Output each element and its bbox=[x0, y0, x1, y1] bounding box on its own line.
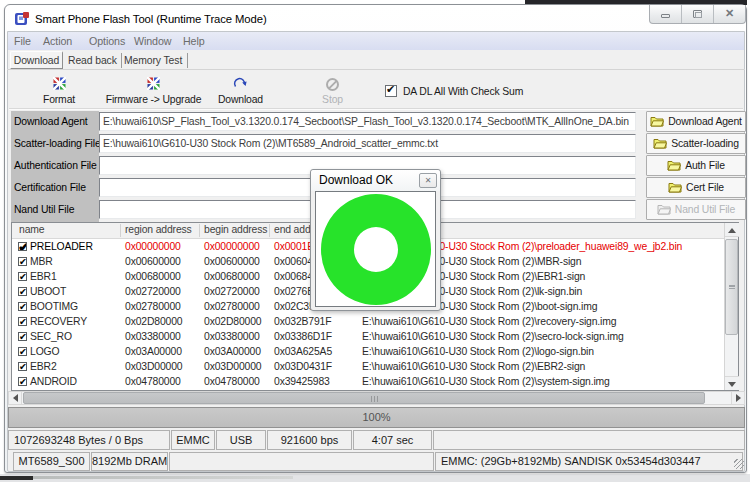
menu-action[interactable]: Action bbox=[43, 35, 72, 47]
check-icon: ✔ bbox=[386, 83, 395, 96]
download-button[interactable]: Download bbox=[208, 77, 273, 107]
cell-name: BOOTIMG bbox=[30, 301, 78, 312]
auth-file-label: Authentication File bbox=[14, 156, 97, 175]
horizontal-scroll-thumb[interactable] bbox=[23, 392, 705, 404]
format-icon bbox=[26, 77, 92, 92]
row-checkbox[interactable]: ✔ bbox=[18, 272, 27, 281]
table-row[interactable]: ✔ LOGO 0x03A00000 0x03A00000 0x03A625A5 … bbox=[12, 345, 724, 360]
table-row[interactable]: ✔ RECOVERY 0x02D80000 0x02D80000 0x032B7… bbox=[12, 315, 724, 330]
status-bytes: 1072693248 Bytes / 0 Bps bbox=[8, 430, 170, 450]
row-checkbox[interactable]: ✔ bbox=[18, 347, 27, 356]
row-checkbox[interactable]: ✔ bbox=[18, 242, 27, 251]
cert-file-button[interactable]: Cert File bbox=[646, 177, 746, 198]
scatter-loading-button[interactable]: Scatter-loading bbox=[646, 133, 746, 154]
arrow-right-icon bbox=[736, 394, 741, 402]
status-empty bbox=[433, 430, 745, 450]
table-horizontal-scrollbar[interactable] bbox=[8, 391, 745, 405]
window-title: Smart Phone Flash Tool (Runtime Trace Mo… bbox=[35, 13, 267, 25]
cell-name: LOGO bbox=[30, 346, 59, 357]
dialog-title: Download OK bbox=[319, 173, 393, 187]
row-checkbox[interactable]: ✔ bbox=[18, 317, 27, 326]
scatter-file-input[interactable]: E:\huwai610\G610-U30 Stock Rom (2)\MT658… bbox=[99, 134, 636, 153]
resize-grip[interactable] bbox=[734, 459, 744, 469]
status-baudrate: 921600 bps bbox=[267, 430, 352, 450]
tab-memory-test[interactable]: Memory Test bbox=[124, 54, 188, 68]
check-icon: ✔ bbox=[19, 302, 27, 311]
row-checkbox[interactable]: ✔ bbox=[18, 332, 27, 341]
cell-begin-address: 0x03380000 bbox=[204, 331, 260, 342]
cell-name: UBOOT bbox=[30, 286, 66, 297]
divider bbox=[9, 108, 743, 110]
row-checkbox[interactable]: ✔ bbox=[18, 302, 27, 311]
table-row[interactable]: ✔ ANDROID 0x04780000 0x04780000 0x394259… bbox=[12, 375, 724, 390]
folder-icon bbox=[667, 160, 681, 171]
cell-location: E:\huwai610\G610-U30 Stock Rom (2)\logo-… bbox=[362, 346, 594, 357]
minimize-button[interactable] bbox=[650, 5, 682, 23]
cell-name: EBR2 bbox=[30, 361, 57, 372]
folder-icon bbox=[668, 182, 682, 193]
cell-end-address: 0x39425983 bbox=[274, 376, 330, 387]
format-button[interactable]: Format bbox=[26, 77, 92, 107]
tab-separator bbox=[187, 53, 188, 68]
check-icon: ✔ bbox=[19, 257, 27, 266]
table-vertical-scrollbar[interactable] bbox=[724, 223, 738, 390]
menu-bar: File Action Options Window Help bbox=[8, 32, 744, 50]
col-region-address[interactable]: region address bbox=[125, 224, 192, 235]
menu-options[interactable]: Options bbox=[89, 35, 125, 47]
cell-region-address: 0x02D80000 bbox=[125, 316, 182, 327]
scroll-left-button[interactable] bbox=[9, 392, 22, 404]
download-agent-input[interactable]: E:\huwai610\SP_Flash_Tool_v3.1320.0.174_… bbox=[99, 112, 636, 131]
cell-end-address: 0x00604 bbox=[274, 256, 313, 267]
cell-region-address: 0x04780000 bbox=[125, 376, 181, 387]
app-icon bbox=[15, 12, 29, 26]
row-checkbox[interactable]: ✔ bbox=[18, 257, 27, 266]
auth-file-button[interactable]: Auth File bbox=[646, 155, 746, 176]
menu-help[interactable]: Help bbox=[183, 35, 205, 47]
close-button[interactable]: ✕ bbox=[714, 5, 745, 23]
dialog-close-button[interactable]: ✕ bbox=[419, 173, 437, 188]
cell-end-address: 0x03D0431F bbox=[274, 361, 332, 372]
col-name[interactable]: name bbox=[19, 224, 44, 235]
maximize-button[interactable] bbox=[682, 5, 714, 23]
row-checkbox[interactable]: ✔ bbox=[18, 362, 27, 371]
scroll-down-button[interactable] bbox=[725, 376, 739, 390]
cell-end-address: 0x00684 bbox=[274, 271, 313, 282]
row-checkbox[interactable]: ✔ bbox=[18, 287, 27, 296]
cell-region-address: 0x03A00000 bbox=[125, 346, 182, 357]
firmware-upgrade-icon bbox=[101, 77, 206, 92]
cell-region-address: 0x03D00000 bbox=[125, 361, 182, 372]
table-row[interactable]: ✔ SEC_RO 0x03380000 0x03380000 0x03386D1… bbox=[12, 330, 724, 345]
stop-icon bbox=[305, 77, 360, 92]
da-dl-checksum-label: DA DL All With Check Sum bbox=[403, 86, 523, 97]
arrow-left-icon bbox=[13, 394, 18, 402]
status-storage-type: EMMC bbox=[171, 430, 215, 450]
menu-window[interactable]: Window bbox=[134, 35, 171, 47]
tab-download[interactable]: Download bbox=[10, 51, 63, 69]
dialog-body bbox=[315, 191, 436, 307]
download-agent-browse-button[interactable]: Download Agent bbox=[646, 111, 746, 132]
cell-name: MBR bbox=[30, 256, 53, 267]
download-ok-dialog: Download OK ✕ bbox=[310, 169, 441, 311]
firmware-upgrade-button[interactable]: Firmware -> Upgrade bbox=[101, 77, 206, 107]
scroll-right-button[interactable] bbox=[731, 392, 744, 404]
da-dl-checksum-checkbox[interactable]: ✔ bbox=[385, 85, 397, 97]
check-icon: ✔ bbox=[19, 287, 27, 296]
col-begin-address[interactable]: begin address bbox=[204, 224, 267, 235]
scroll-up-button[interactable] bbox=[725, 223, 739, 237]
cell-name: EBR1 bbox=[30, 271, 57, 282]
table-row[interactable]: ✔ EBR2 0x03D00000 0x03D00000 0x03D0431F … bbox=[12, 360, 724, 375]
tab-read-back[interactable]: Read back bbox=[68, 54, 122, 68]
vertical-scroll-thumb[interactable] bbox=[725, 239, 738, 335]
title-bar: Smart Phone Flash Tool (Runtime Trace Mo… bbox=[5, 5, 746, 31]
nand-util-file-button: Nand Util File bbox=[646, 199, 746, 220]
menu-file[interactable]: File bbox=[14, 35, 31, 47]
check-icon: ✔ bbox=[19, 332, 27, 341]
cell-location: E:\huwai610\G610-U30 Stock Rom (2)\syste… bbox=[362, 376, 610, 387]
arrow-up-icon bbox=[728, 228, 736, 233]
row-checkbox[interactable]: ✔ bbox=[18, 377, 27, 386]
status-emmc-info: EMMC: (29Gb+8192Mb) SANDISK 0x53454d3034… bbox=[435, 452, 743, 471]
cell-region-address: 0x00000000 bbox=[125, 241, 181, 252]
cell-region-address: 0x02780000 bbox=[125, 301, 181, 312]
cell-region-address: 0x00600000 bbox=[125, 256, 181, 267]
cell-begin-address: 0x03D00000 bbox=[204, 361, 261, 372]
